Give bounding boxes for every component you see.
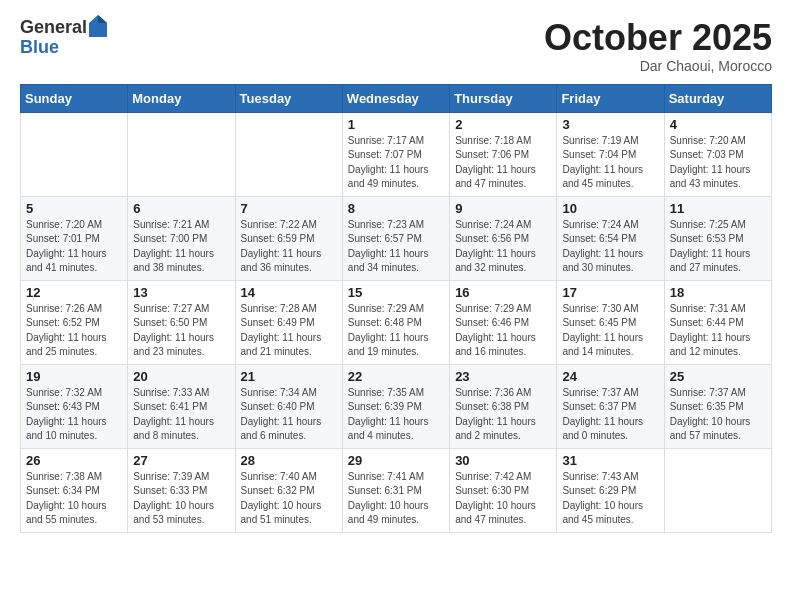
day-info: Sunrise: 7:40 AM Sunset: 6:32 PM Dayligh… (241, 470, 337, 528)
calendar-cell: 13Sunrise: 7:27 AM Sunset: 6:50 PM Dayli… (128, 280, 235, 364)
calendar-cell: 19Sunrise: 7:32 AM Sunset: 6:43 PM Dayli… (21, 364, 128, 448)
day-info: Sunrise: 7:21 AM Sunset: 7:00 PM Dayligh… (133, 218, 229, 276)
calendar-cell: 9Sunrise: 7:24 AM Sunset: 6:56 PM Daylig… (450, 196, 557, 280)
day-info: Sunrise: 7:17 AM Sunset: 7:07 PM Dayligh… (348, 134, 444, 192)
day-number: 27 (133, 453, 229, 468)
day-number: 29 (348, 453, 444, 468)
header: General Blue October 2025 Dar Chaoui, Mo… (20, 18, 772, 74)
calendar-week-3: 12Sunrise: 7:26 AM Sunset: 6:52 PM Dayli… (21, 280, 772, 364)
calendar-cell (664, 448, 771, 532)
calendar-cell: 17Sunrise: 7:30 AM Sunset: 6:45 PM Dayli… (557, 280, 664, 364)
day-number: 3 (562, 117, 658, 132)
calendar-cell: 1Sunrise: 7:17 AM Sunset: 7:07 PM Daylig… (342, 112, 449, 196)
calendar-cell (128, 112, 235, 196)
calendar-cell: 4Sunrise: 7:20 AM Sunset: 7:03 PM Daylig… (664, 112, 771, 196)
day-info: Sunrise: 7:20 AM Sunset: 7:03 PM Dayligh… (670, 134, 766, 192)
day-number: 26 (26, 453, 122, 468)
calendar-header-row: Sunday Monday Tuesday Wednesday Thursday… (21, 84, 772, 112)
calendar-cell: 26Sunrise: 7:38 AM Sunset: 6:34 PM Dayli… (21, 448, 128, 532)
page: General Blue October 2025 Dar Chaoui, Mo… (0, 0, 792, 612)
calendar-cell: 21Sunrise: 7:34 AM Sunset: 6:40 PM Dayli… (235, 364, 342, 448)
calendar-cell: 11Sunrise: 7:25 AM Sunset: 6:53 PM Dayli… (664, 196, 771, 280)
day-number: 16 (455, 285, 551, 300)
col-friday: Friday (557, 84, 664, 112)
day-info: Sunrise: 7:22 AM Sunset: 6:59 PM Dayligh… (241, 218, 337, 276)
month-title: October 2025 (544, 18, 772, 58)
calendar-cell: 20Sunrise: 7:33 AM Sunset: 6:41 PM Dayli… (128, 364, 235, 448)
calendar-week-2: 5Sunrise: 7:20 AM Sunset: 7:01 PM Daylig… (21, 196, 772, 280)
day-number: 13 (133, 285, 229, 300)
day-info: Sunrise: 7:33 AM Sunset: 6:41 PM Dayligh… (133, 386, 229, 444)
calendar-cell: 8Sunrise: 7:23 AM Sunset: 6:57 PM Daylig… (342, 196, 449, 280)
calendar-cell: 10Sunrise: 7:24 AM Sunset: 6:54 PM Dayli… (557, 196, 664, 280)
calendar-week-4: 19Sunrise: 7:32 AM Sunset: 6:43 PM Dayli… (21, 364, 772, 448)
day-info: Sunrise: 7:28 AM Sunset: 6:49 PM Dayligh… (241, 302, 337, 360)
calendar-cell: 18Sunrise: 7:31 AM Sunset: 6:44 PM Dayli… (664, 280, 771, 364)
day-info: Sunrise: 7:36 AM Sunset: 6:38 PM Dayligh… (455, 386, 551, 444)
calendar-cell: 2Sunrise: 7:18 AM Sunset: 7:06 PM Daylig… (450, 112, 557, 196)
day-info: Sunrise: 7:32 AM Sunset: 6:43 PM Dayligh… (26, 386, 122, 444)
day-number: 31 (562, 453, 658, 468)
calendar-cell: 3Sunrise: 7:19 AM Sunset: 7:04 PM Daylig… (557, 112, 664, 196)
calendar-cell: 22Sunrise: 7:35 AM Sunset: 6:39 PM Dayli… (342, 364, 449, 448)
day-number: 2 (455, 117, 551, 132)
day-info: Sunrise: 7:23 AM Sunset: 6:57 PM Dayligh… (348, 218, 444, 276)
day-number: 19 (26, 369, 122, 384)
day-number: 7 (241, 201, 337, 216)
day-number: 18 (670, 285, 766, 300)
logo-general-text: General (20, 18, 87, 38)
calendar-cell: 5Sunrise: 7:20 AM Sunset: 7:01 PM Daylig… (21, 196, 128, 280)
calendar-cell: 15Sunrise: 7:29 AM Sunset: 6:48 PM Dayli… (342, 280, 449, 364)
day-info: Sunrise: 7:41 AM Sunset: 6:31 PM Dayligh… (348, 470, 444, 528)
day-number: 8 (348, 201, 444, 216)
calendar-cell: 12Sunrise: 7:26 AM Sunset: 6:52 PM Dayli… (21, 280, 128, 364)
day-number: 10 (562, 201, 658, 216)
day-info: Sunrise: 7:29 AM Sunset: 6:48 PM Dayligh… (348, 302, 444, 360)
day-number: 25 (670, 369, 766, 384)
calendar-cell: 29Sunrise: 7:41 AM Sunset: 6:31 PM Dayli… (342, 448, 449, 532)
calendar-cell: 24Sunrise: 7:37 AM Sunset: 6:37 PM Dayli… (557, 364, 664, 448)
calendar-cell: 6Sunrise: 7:21 AM Sunset: 7:00 PM Daylig… (128, 196, 235, 280)
calendar-cell: 30Sunrise: 7:42 AM Sunset: 6:30 PM Dayli… (450, 448, 557, 532)
day-info: Sunrise: 7:34 AM Sunset: 6:40 PM Dayligh… (241, 386, 337, 444)
day-number: 5 (26, 201, 122, 216)
logo-blue-text: Blue (20, 37, 59, 57)
day-number: 28 (241, 453, 337, 468)
calendar-cell (235, 112, 342, 196)
day-number: 20 (133, 369, 229, 384)
col-sunday: Sunday (21, 84, 128, 112)
day-info: Sunrise: 7:26 AM Sunset: 6:52 PM Dayligh… (26, 302, 122, 360)
calendar-cell: 31Sunrise: 7:43 AM Sunset: 6:29 PM Dayli… (557, 448, 664, 532)
day-info: Sunrise: 7:19 AM Sunset: 7:04 PM Dayligh… (562, 134, 658, 192)
calendar-cell (21, 112, 128, 196)
col-thursday: Thursday (450, 84, 557, 112)
day-number: 24 (562, 369, 658, 384)
day-number: 14 (241, 285, 337, 300)
calendar-cell: 28Sunrise: 7:40 AM Sunset: 6:32 PM Dayli… (235, 448, 342, 532)
col-wednesday: Wednesday (342, 84, 449, 112)
calendar-cell: 25Sunrise: 7:37 AM Sunset: 6:35 PM Dayli… (664, 364, 771, 448)
day-info: Sunrise: 7:37 AM Sunset: 6:35 PM Dayligh… (670, 386, 766, 444)
day-info: Sunrise: 7:42 AM Sunset: 6:30 PM Dayligh… (455, 470, 551, 528)
day-number: 9 (455, 201, 551, 216)
day-info: Sunrise: 7:35 AM Sunset: 6:39 PM Dayligh… (348, 386, 444, 444)
col-tuesday: Tuesday (235, 84, 342, 112)
day-info: Sunrise: 7:31 AM Sunset: 6:44 PM Dayligh… (670, 302, 766, 360)
day-info: Sunrise: 7:27 AM Sunset: 6:50 PM Dayligh… (133, 302, 229, 360)
day-info: Sunrise: 7:20 AM Sunset: 7:01 PM Dayligh… (26, 218, 122, 276)
logo: General Blue (20, 18, 107, 58)
day-number: 30 (455, 453, 551, 468)
day-info: Sunrise: 7:39 AM Sunset: 6:33 PM Dayligh… (133, 470, 229, 528)
location-subtitle: Dar Chaoui, Morocco (544, 58, 772, 74)
title-block: October 2025 Dar Chaoui, Morocco (544, 18, 772, 74)
day-info: Sunrise: 7:24 AM Sunset: 6:54 PM Dayligh… (562, 218, 658, 276)
day-info: Sunrise: 7:18 AM Sunset: 7:06 PM Dayligh… (455, 134, 551, 192)
svg-marker-1 (98, 15, 107, 23)
day-info: Sunrise: 7:25 AM Sunset: 6:53 PM Dayligh… (670, 218, 766, 276)
calendar-cell: 14Sunrise: 7:28 AM Sunset: 6:49 PM Dayli… (235, 280, 342, 364)
logo-icon (89, 15, 107, 37)
calendar-week-1: 1Sunrise: 7:17 AM Sunset: 7:07 PM Daylig… (21, 112, 772, 196)
day-number: 4 (670, 117, 766, 132)
col-saturday: Saturday (664, 84, 771, 112)
day-number: 23 (455, 369, 551, 384)
